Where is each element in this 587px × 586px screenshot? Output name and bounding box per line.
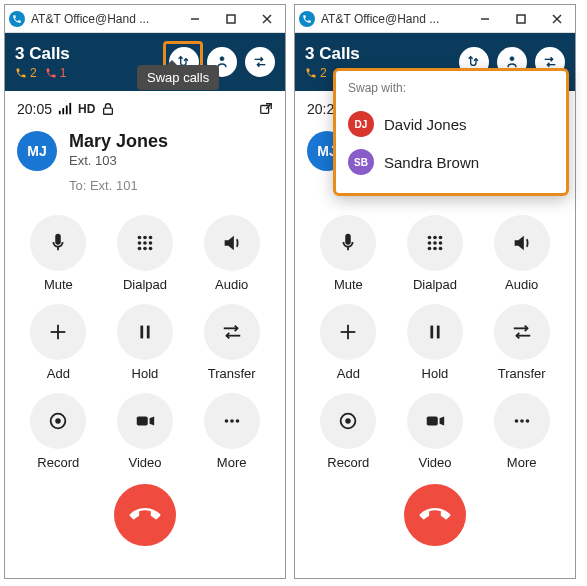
transfer-button[interactable]	[204, 304, 260, 360]
maximize-button[interactable]	[503, 5, 539, 33]
swap-tooltip: Swap calls	[137, 65, 219, 90]
svg-rect-8	[69, 103, 71, 114]
swap-popup-title: Swap with:	[348, 81, 554, 95]
record-button[interactable]	[30, 393, 86, 449]
video-label: Video	[418, 455, 451, 470]
svg-rect-25	[147, 326, 150, 339]
svg-point-17	[143, 241, 147, 245]
app-window-left: AT&T Office@Hand ... 3 Calls 2 1	[4, 4, 286, 579]
svg-point-44	[428, 241, 432, 245]
transfer-call-button[interactable]	[245, 47, 275, 77]
audio-button[interactable]	[204, 215, 260, 271]
svg-point-14	[143, 236, 147, 240]
app-window-right: AT&T Office@Hand ... 3 Calls 2 1	[294, 4, 576, 579]
swap-option[interactable]: DJ David Jones	[348, 105, 554, 143]
swap-option[interactable]: SB Sandra Brown	[348, 143, 554, 181]
lock-icon	[101, 102, 115, 116]
contact-ext: Ext. 103	[69, 153, 168, 168]
svg-rect-1	[227, 15, 235, 23]
more-button[interactable]	[204, 393, 260, 449]
active-count: 2	[30, 66, 37, 80]
hold-button[interactable]	[117, 304, 173, 360]
contact-name: Mary Jones	[69, 131, 168, 152]
mute-button[interactable]	[320, 215, 376, 271]
svg-point-19	[138, 247, 142, 251]
svg-marker-31	[150, 416, 155, 425]
hangup-button[interactable]	[404, 484, 466, 546]
audio-label: Audio	[215, 277, 248, 292]
svg-rect-58	[427, 416, 438, 425]
svg-point-21	[149, 247, 153, 251]
avatar-icon: DJ	[348, 111, 374, 137]
svg-point-41	[428, 236, 432, 240]
minimize-button[interactable]	[177, 5, 213, 33]
calls-title: 3 Calls	[305, 44, 360, 64]
svg-rect-5	[59, 111, 61, 115]
svg-point-57	[346, 418, 352, 424]
dialpad-button[interactable]	[117, 215, 173, 271]
contact-block: MJ Mary Jones Ext. 103 To: Ext. 101	[5, 123, 285, 201]
svg-rect-30	[137, 416, 148, 425]
mute-label: Mute	[334, 277, 363, 292]
svg-point-43	[439, 236, 443, 240]
swap-popup: Swap with: DJ David Jones SB Sandra Brow…	[333, 68, 569, 196]
close-button[interactable]	[249, 5, 285, 33]
titlebar: AT&T Office@Hand ...	[295, 5, 575, 33]
app-title: AT&T Office@Hand ...	[31, 12, 177, 26]
active-count: 2	[320, 66, 327, 80]
video-button[interactable]	[117, 393, 173, 449]
minimize-button[interactable]	[467, 5, 503, 33]
active-calls-indicator: 2	[15, 66, 37, 80]
swap-option-name: Sandra Brown	[384, 154, 479, 171]
more-button[interactable]	[494, 393, 550, 449]
svg-point-49	[439, 247, 443, 251]
window-controls	[467, 5, 575, 33]
audio-button[interactable]	[494, 215, 550, 271]
hd-badge: HD	[78, 102, 95, 116]
status-row: 20:05 HD	[5, 91, 285, 123]
record-button[interactable]	[320, 393, 376, 449]
hold-button[interactable]	[407, 304, 463, 360]
svg-rect-36	[517, 15, 525, 23]
action-grid: Mute Dialpad Audio Add Hold Transfer Rec…	[5, 201, 285, 476]
dialpad-label: Dialpad	[413, 277, 457, 292]
close-button[interactable]	[539, 5, 575, 33]
app-icon	[299, 11, 315, 27]
svg-point-39	[510, 57, 514, 61]
transfer-label: Transfer	[498, 366, 546, 381]
svg-point-46	[439, 241, 443, 245]
add-button[interactable]	[320, 304, 376, 360]
record-label: Record	[327, 455, 369, 470]
dialpad-button[interactable]	[407, 215, 463, 271]
svg-point-20	[143, 247, 147, 251]
maximize-button[interactable]	[213, 5, 249, 33]
signal-icon	[58, 102, 72, 116]
action-grid: Mute Dialpad Audio Add Hold Transfer Rec…	[295, 201, 575, 476]
swap-option-name: David Jones	[384, 116, 467, 133]
svg-point-18	[149, 241, 153, 245]
calls-title: 3 Calls	[15, 44, 70, 64]
more-label: More	[217, 455, 247, 470]
video-button[interactable]	[407, 393, 463, 449]
avatar: MJ	[17, 131, 57, 171]
app-title: AT&T Office@Hand ...	[321, 12, 467, 26]
svg-rect-9	[104, 108, 113, 114]
hold-count: 1	[60, 66, 67, 80]
hangup-button[interactable]	[114, 484, 176, 546]
svg-point-47	[428, 247, 432, 251]
dialpad-label: Dialpad	[123, 277, 167, 292]
svg-point-34	[235, 419, 239, 423]
mute-button[interactable]	[30, 215, 86, 271]
add-label: Add	[337, 366, 360, 381]
contact-to: To: Ext. 101	[69, 178, 168, 193]
svg-point-48	[433, 247, 437, 251]
svg-point-61	[520, 419, 524, 423]
popout-icon[interactable]	[259, 102, 273, 116]
svg-point-62	[525, 419, 529, 423]
svg-point-13	[138, 236, 142, 240]
add-button[interactable]	[30, 304, 86, 360]
titlebar: AT&T Office@Hand ...	[5, 5, 285, 33]
svg-point-45	[433, 241, 437, 245]
call-timer: 20:05	[17, 101, 52, 117]
transfer-button[interactable]	[494, 304, 550, 360]
